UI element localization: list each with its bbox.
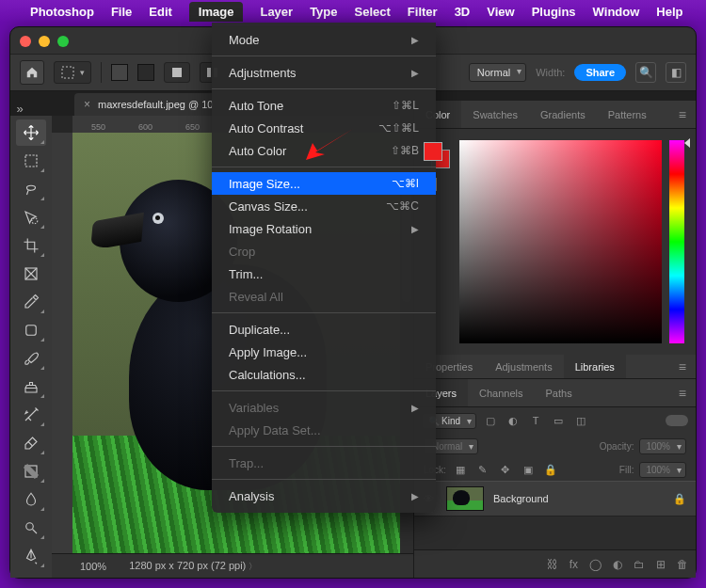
menu-apply-data-set: Apply Data Set... xyxy=(212,419,436,441)
gradient-tool[interactable] xyxy=(16,458,46,485)
menu-calculations[interactable]: Calculations... xyxy=(212,363,436,386)
menu-auto-color[interactable]: Auto Color⇧⌘B xyxy=(212,139,436,162)
filter-type-icon[interactable]: T xyxy=(527,412,544,429)
lock-move-icon[interactable]: ✥ xyxy=(497,461,514,478)
menu-trim[interactable]: Trim... xyxy=(212,262,436,285)
tab-channels[interactable]: Channels xyxy=(468,379,534,406)
menu-apply-image[interactable]: Apply Image... xyxy=(212,341,436,363)
layer-thumbnail[interactable] xyxy=(446,486,484,511)
menu-file[interactable]: File xyxy=(111,5,132,19)
eraser-tool[interactable] xyxy=(16,430,46,456)
menu-image[interactable]: Image xyxy=(189,2,244,22)
menu-type[interactable]: Type xyxy=(310,5,337,19)
document-tab[interactable]: × maxresdefault.jpeg @ 10 xyxy=(74,93,222,116)
lock-all-icon[interactable]: 🔒 xyxy=(542,461,559,478)
menu-auto-contrast[interactable]: Auto Contrast⌥⇧⌘L xyxy=(212,117,436,139)
color-panel-menu[interactable]: ≡ xyxy=(669,101,696,128)
fill-value[interactable]: 100% xyxy=(639,462,686,478)
lock-position-icon[interactable]: ✎ xyxy=(474,461,491,478)
app-name-menu[interactable]: Photoshop xyxy=(30,5,94,19)
blur-tool[interactable] xyxy=(16,486,46,513)
share-button[interactable]: Share xyxy=(574,64,626,81)
search-button[interactable]: 🔍 xyxy=(635,62,656,83)
healing-brush-tool[interactable] xyxy=(16,317,46,343)
filter-shape-icon[interactable]: ▭ xyxy=(550,412,567,429)
delete-layer-icon[interactable]: 🗑 xyxy=(677,558,688,571)
menu-window[interactable]: Window xyxy=(593,5,640,19)
tab-adjustments[interactable]: Adjustments xyxy=(484,355,564,378)
opacity-value[interactable]: 100% xyxy=(639,438,686,454)
marquee-preset[interactable]: ▾ xyxy=(54,61,91,84)
menu-image-size[interactable]: Image Size...⌥⌘I xyxy=(212,172,436,195)
tab-libraries[interactable]: Libraries xyxy=(564,355,626,378)
brush-tool[interactable] xyxy=(16,345,46,372)
workspace-switcher-button[interactable]: ◧ xyxy=(666,62,686,83)
window-zoom-button[interactable] xyxy=(57,36,69,47)
tools-panel xyxy=(10,116,52,578)
filter-smart-icon[interactable]: ◫ xyxy=(572,412,589,429)
layer-row[interactable]: 👁 Background 🔒 xyxy=(414,481,696,516)
dodge-tool[interactable] xyxy=(16,515,46,541)
layer-fx-icon[interactable]: fx xyxy=(570,558,578,571)
hue-slider[interactable] xyxy=(669,140,684,343)
lock-pixels-icon[interactable]: ▦ xyxy=(452,461,469,478)
close-tab-button[interactable]: × xyxy=(84,98,90,111)
adjustment-layer-icon[interactable]: ◐ xyxy=(613,558,622,571)
hue-slider-handle[interactable] xyxy=(684,138,690,148)
menu-3d[interactable]: 3D xyxy=(455,5,471,19)
menu-edit[interactable]: Edit xyxy=(149,5,172,19)
zoom-level[interactable]: 100% xyxy=(80,561,106,572)
menu-duplicate[interactable]: Duplicate... xyxy=(212,318,436,341)
stroke-swatch[interactable] xyxy=(137,64,154,81)
tab-swatches[interactable]: Swatches xyxy=(461,101,529,128)
history-brush-tool[interactable] xyxy=(16,402,46,428)
home-button[interactable] xyxy=(20,60,44,85)
shape-mode-buttons[interactable] xyxy=(164,62,190,83)
layer-mask-icon[interactable]: ◯ xyxy=(589,558,602,571)
color-field[interactable] xyxy=(459,140,662,343)
blend-mode-dropdown[interactable]: Normal xyxy=(469,63,526,82)
eyedropper-tool[interactable] xyxy=(16,289,46,315)
pen-tool[interactable] xyxy=(16,543,46,569)
menu-plugins[interactable]: Plugins xyxy=(532,5,576,19)
move-tool[interactable] xyxy=(16,119,46,146)
tab-patterns[interactable]: Patterns xyxy=(597,101,658,128)
frame-tool[interactable] xyxy=(16,261,46,287)
menu-adjustments[interactable]: Adjustments▶ xyxy=(212,61,436,84)
menu-mode[interactable]: Mode▶ xyxy=(212,28,436,51)
menu-auto-tone[interactable]: Auto Tone⇧⌘L xyxy=(212,94,436,117)
crop-tool[interactable] xyxy=(16,232,46,259)
new-layer-icon[interactable]: ⊞ xyxy=(656,558,666,571)
filter-toggle[interactable] xyxy=(666,415,688,426)
lasso-tool[interactable] xyxy=(16,176,46,202)
layer-name[interactable]: Background xyxy=(493,493,549,504)
menu-view[interactable]: View xyxy=(487,5,514,19)
filter-adjustment-icon[interactable]: ◐ xyxy=(505,412,521,429)
tab-paths[interactable]: Paths xyxy=(535,379,584,406)
clone-stamp-tool[interactable] xyxy=(16,373,46,400)
window-minimize-button[interactable] xyxy=(39,36,50,47)
fill-swatch[interactable] xyxy=(111,64,128,81)
layers-panel-menu[interactable]: ≡ xyxy=(669,379,696,406)
group-layers-icon[interactable]: 🗀 xyxy=(634,558,645,571)
menu-layer[interactable]: Layer xyxy=(260,5,293,19)
menu-filter[interactable]: Filter xyxy=(408,5,438,19)
mac-menubar: Photoshop File Edit Image Layer Type Sel… xyxy=(0,0,706,23)
tab-strip-collapse[interactable]: » xyxy=(10,102,29,116)
menu-reveal-all: Reveal All xyxy=(212,285,436,308)
marquee-tool[interactable] xyxy=(16,148,46,174)
vertical-ruler[interactable] xyxy=(52,133,72,553)
menu-canvas-size[interactable]: Canvas Size...⌥⌘C xyxy=(212,195,436,217)
document-info[interactable]: 1280 px x 720 px (72 ppi)〉 xyxy=(129,560,257,573)
menu-help[interactable]: Help xyxy=(656,5,682,19)
link-layers-icon[interactable]: ⛓ xyxy=(547,558,558,571)
menu-select[interactable]: Select xyxy=(355,5,391,19)
tab-gradients[interactable]: Gradients xyxy=(529,101,597,128)
properties-panel-menu[interactable]: ≡ xyxy=(669,355,696,378)
filter-image-icon[interactable]: ▢ xyxy=(482,412,499,429)
quick-select-tool[interactable] xyxy=(16,204,46,230)
window-close-button[interactable] xyxy=(20,36,31,47)
menu-image-rotation[interactable]: Image Rotation▶ xyxy=(212,217,436,240)
lock-artboard-icon[interactable]: ▣ xyxy=(520,461,537,478)
menu-analysis[interactable]: Analysis▶ xyxy=(212,485,436,507)
